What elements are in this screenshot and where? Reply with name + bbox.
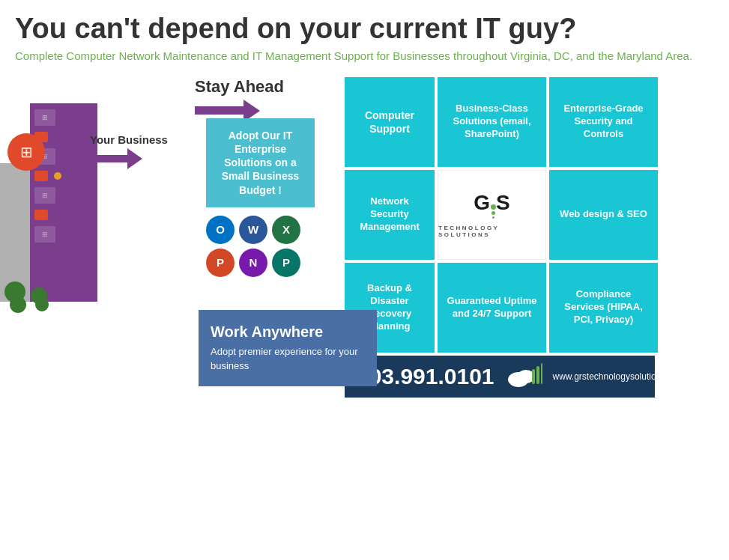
cloud-svg (505, 363, 542, 390)
arrow-head (127, 148, 142, 169)
phone-text: 703.991.0101 (357, 364, 494, 389)
page-header: You can't depend on your current IT guy?… (0, 0, 729, 70)
excel-icon: X (272, 216, 300, 244)
building-window-3: ⊞ (34, 187, 55, 204)
services-grid: Computer Support Business-Class Solution… (345, 77, 729, 353)
building-window-red-2 (34, 171, 48, 181)
building-row-2 (34, 132, 93, 142)
work-anywhere-title: Work Anywhere (211, 323, 365, 341)
tile-compliance[interactable]: Compliance Services (HIPAA, PCI, Privacy… (549, 263, 658, 353)
svg-rect-4 (541, 363, 542, 384)
building-row-4 (34, 171, 93, 181)
grs-dot-large (491, 204, 496, 210)
right-column: Computer Support Business-Class Solution… (345, 73, 729, 398)
building-row-5: ⊞ (34, 187, 93, 204)
website-text: www.grstechnologysolutions.com (553, 371, 686, 382)
tile-grs-logo: G S TECHNOLOGY SOLUTIONS (438, 170, 546, 260)
powerpoint-icon: P (206, 249, 235, 277)
tile-business-class[interactable]: Business-Class Solutions (email, SharePo… (438, 77, 546, 167)
website-block: www.grstechnologysolutions.com (553, 371, 686, 382)
stay-arrow-bar (195, 106, 243, 115)
your-business-label: Your Business (90, 133, 168, 146)
work-anywhere-subtitle: Adopt premier experience for your busine… (211, 345, 365, 372)
tree-1 (4, 281, 26, 313)
main-building: ⊞ ⊞ ⊞ (30, 103, 97, 302)
main-title: You can't depend on your current IT guy? (15, 13, 714, 45)
grs-dot-medium (491, 211, 495, 215)
building-row-7: ⊞ (34, 226, 93, 243)
grs-dots (491, 204, 496, 219)
word-icon: W (239, 216, 267, 244)
outlook-icon: O (206, 216, 235, 244)
tile-computer-support[interactable]: Computer Support (345, 77, 435, 167)
building-window-4: ⊞ (34, 226, 55, 243)
stay-ahead-label: Stay Ahead (195, 77, 284, 97)
main-content: ⊞ ⊞ ⊞ (0, 73, 729, 398)
arrow-bar (86, 155, 127, 162)
left-column: ⊞ ⊞ ⊞ (0, 73, 187, 398)
business-arrow (86, 148, 142, 169)
adopt-box-wrapper: Adopt Our IT Enterprise Solutions on a S… (199, 118, 315, 207)
tile-uptime[interactable]: Guaranteed Uptime and 24/7 Support (438, 263, 546, 353)
onenote-icon: N (239, 249, 267, 277)
trees (4, 281, 49, 313)
work-anywhere-box: Work Anywhere Adopt premier experience f… (199, 310, 377, 386)
tree-top-2 (10, 296, 26, 313)
phone-number[interactable]: 703.991.0101 (357, 364, 494, 389)
tile-web-design[interactable]: Web design & SEO (549, 170, 658, 260)
center-column: Stay Ahead Adopt Our IT Enterprise Solut… (187, 73, 345, 398)
svg-rect-3 (536, 366, 539, 384)
cloud-icon (505, 363, 542, 390)
grs-letter-s: S (496, 191, 510, 215)
building-window-red-3 (34, 210, 48, 220)
tree-2 (29, 287, 49, 313)
svg-rect-2 (532, 369, 535, 384)
building-illustration: ⊞ ⊞ ⊞ (0, 88, 180, 313)
grs-logo: G S TECHNOLOGY SOLUTIONS (438, 191, 545, 238)
tile-network-security[interactable]: Network Security Management (345, 170, 435, 260)
grs-tagline: TECHNOLOGY SOLUTIONS (438, 225, 545, 238)
adopt-box: Adopt Our IT Enterprise Solutions on a S… (206, 118, 315, 207)
tile-enterprise-security[interactable]: Enterprise-Grade Security and Controls (549, 77, 658, 167)
publisher-icon: P (272, 249, 300, 277)
subtitle: Complete Computer Network Maintenance an… (15, 49, 714, 62)
grs-dot-small (492, 216, 494, 219)
building-window: ⊞ (34, 109, 55, 126)
bottom-contact-bar: 703.991.0101 www.grstechnologysolutions.… (345, 356, 655, 398)
monitor-circle: ⊞ (7, 133, 45, 171)
grs-letters: G S (474, 191, 509, 226)
office-icons-group: O W X P N P (206, 216, 300, 277)
grs-letter-g: G (474, 191, 490, 215)
building-row-1: ⊞ (34, 109, 93, 126)
building-dot (54, 172, 61, 180)
tree-top-4 (35, 298, 49, 311)
monitor-icon: ⊞ (20, 143, 33, 161)
building-row-6 (34, 210, 93, 220)
